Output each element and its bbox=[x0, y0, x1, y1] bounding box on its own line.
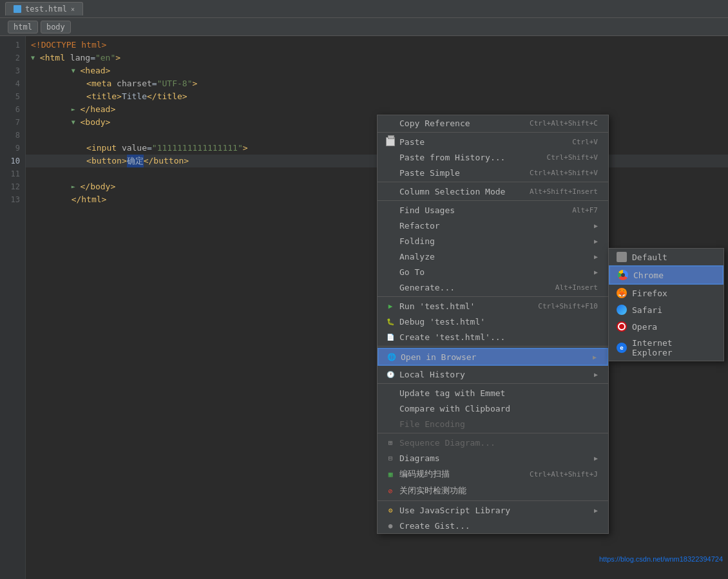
url-watermark: https://blog.csdn.net/wnm18322394724 bbox=[599, 555, 723, 563]
code-line-2: ▼ <html lang="en"> bbox=[26, 52, 728, 64]
ie-icon: e bbox=[617, 343, 627, 353]
close-tab-button[interactable]: × bbox=[71, 6, 75, 13]
submenu-item-chrome[interactable]: Chrome bbox=[609, 265, 723, 285]
stop-icon bbox=[385, 486, 396, 496]
line-num-1: 1 bbox=[0, 39, 25, 52]
browser-icon bbox=[387, 352, 397, 362]
menu-item-goto[interactable]: Go To ▶ bbox=[378, 264, 608, 280]
menu-item-refactor[interactable]: Refactor ▶ bbox=[378, 218, 608, 233]
code-line-3: ▼ <head> bbox=[26, 64, 728, 77]
line-num-4: 4 bbox=[0, 77, 25, 90]
menu-item-file-encoding: File Encoding bbox=[378, 416, 608, 432]
menu-item-paste-simple[interactable]: Paste Simple Ctrl+Alt+Shift+V bbox=[378, 165, 608, 180]
menu-item-create[interactable]: Create 'test.html'... bbox=[378, 329, 608, 345]
paste-icon bbox=[385, 137, 396, 147]
code-line-5: <title>Title</title> bbox=[26, 90, 728, 103]
context-menu: Copy Reference Ctrl+Alt+Shift+C Paste Ct… bbox=[377, 115, 609, 534]
menu-item-paste-history[interactable]: Paste from History... Ctrl+Shift+V bbox=[378, 149, 608, 165]
folding-icon bbox=[385, 236, 396, 246]
editor-tab[interactable]: test.html × bbox=[5, 2, 83, 15]
check-icon bbox=[385, 469, 396, 479]
separator-4 bbox=[378, 296, 608, 297]
code-line-4: <meta charset="UTF-8"> bbox=[26, 77, 728, 90]
separator-6 bbox=[378, 383, 608, 384]
line-num-6: 6 bbox=[0, 103, 25, 116]
menu-item-folding[interactable]: Folding ▶ bbox=[378, 233, 608, 249]
separator-5 bbox=[378, 346, 608, 346]
svg-point-0 bbox=[618, 323, 625, 330]
line-num-10: 10 bbox=[0, 155, 25, 167]
submenu-item-ie[interactable]: e Internet Explorer bbox=[609, 335, 723, 361]
submenu-item-default[interactable]: Default bbox=[609, 249, 723, 265]
line-num-11: 11 bbox=[0, 167, 25, 180]
menu-item-compare[interactable]: Compare with Clipboard bbox=[378, 401, 608, 416]
paste-simple-icon bbox=[385, 167, 396, 178]
line-num-8: 8 bbox=[0, 129, 25, 142]
debug-icon bbox=[385, 316, 396, 327]
seq-icon bbox=[385, 437, 396, 448]
firefox-icon: 🦊 bbox=[617, 288, 627, 298]
breadcrumb-html[interactable]: html bbox=[8, 21, 38, 33]
menu-item-run[interactable]: Run 'test.html' Ctrl+Shift+F10 bbox=[378, 298, 608, 314]
column-selection-icon bbox=[385, 186, 396, 196]
generate-icon bbox=[385, 282, 396, 292]
separator-2 bbox=[378, 182, 608, 182]
safari-icon bbox=[617, 305, 627, 315]
line-num-5: 5 bbox=[0, 90, 25, 103]
line-num-7: 7 bbox=[0, 116, 25, 129]
separator-3 bbox=[378, 200, 608, 201]
menu-item-local-history[interactable]: Local History ▶ bbox=[378, 366, 608, 382]
refactor-icon bbox=[385, 220, 396, 231]
compare-icon bbox=[385, 403, 396, 413]
separator-1 bbox=[378, 132, 608, 133]
git-icon bbox=[385, 520, 396, 531]
js-icon bbox=[385, 505, 396, 515]
opera-icon bbox=[617, 321, 627, 332]
history-icon bbox=[385, 369, 396, 379]
find-usages-icon bbox=[385, 205, 396, 215]
menu-item-create-gist[interactable]: Create Gist... bbox=[378, 518, 608, 533]
copy-reference-icon bbox=[385, 118, 396, 128]
line-num-13: 13 bbox=[0, 193, 25, 206]
separator-8 bbox=[378, 500, 608, 501]
line-numbers: 1 2 3 4 5 6 7 8 9 10 11 12 13 bbox=[0, 36, 26, 579]
menu-item-generate[interactable]: Generate... Alt+Insert bbox=[378, 280, 608, 295]
emmet-icon bbox=[385, 388, 396, 398]
default-browser-icon bbox=[617, 252, 627, 262]
breadcrumb-body[interactable]: body bbox=[41, 21, 71, 33]
line-num-12: 12 bbox=[0, 180, 25, 193]
submenu-item-opera[interactable]: Opera bbox=[609, 318, 723, 335]
analyze-icon bbox=[385, 251, 396, 261]
line-num-2: 2 bbox=[0, 52, 25, 64]
paste-history-icon bbox=[385, 152, 396, 162]
menu-item-open-browser[interactable]: Open in Browser ▶ bbox=[378, 348, 608, 366]
chrome-icon bbox=[618, 270, 628, 280]
file-icon bbox=[14, 5, 21, 13]
line-num-9: 9 bbox=[0, 142, 25, 155]
menu-item-stop-realtime[interactable]: 关闭实时检测功能 bbox=[378, 482, 608, 499]
goto-icon bbox=[385, 267, 396, 277]
menu-item-emmet[interactable]: Update tag with Emmet bbox=[378, 385, 608, 401]
code-line-1: <!DOCTYPE html> bbox=[26, 39, 728, 52]
submenu-item-safari[interactable]: Safari bbox=[609, 301, 723, 318]
file-encoding-icon bbox=[385, 419, 396, 429]
submenu-item-firefox[interactable]: 🦊 Firefox bbox=[609, 285, 723, 301]
menu-item-paste[interactable]: Paste Ctrl+V bbox=[378, 134, 608, 149]
diag-icon bbox=[385, 453, 396, 463]
create-icon bbox=[385, 332, 396, 342]
breadcrumb: html body bbox=[0, 18, 728, 36]
menu-item-debug[interactable]: Debug 'test.html' bbox=[378, 314, 608, 329]
tab-label: test.html bbox=[25, 5, 67, 14]
menu-item-find-usages[interactable]: Find Usages Alt+F7 bbox=[378, 202, 608, 218]
separator-7 bbox=[378, 433, 608, 433]
menu-item-analyze[interactable]: Analyze ▶ bbox=[378, 249, 608, 264]
menu-item-diagrams[interactable]: Diagrams ▶ bbox=[378, 450, 608, 466]
run-icon bbox=[385, 301, 396, 311]
menu-item-column-selection[interactable]: Column Selection Mode Alt+Shift+Insert bbox=[378, 184, 608, 199]
menu-item-copy-reference[interactable]: Copy Reference Ctrl+Alt+Shift+C bbox=[378, 115, 608, 131]
title-bar: test.html × bbox=[0, 0, 728, 18]
code-line-6: ► </head> bbox=[26, 103, 728, 116]
menu-item-code-check[interactable]: 编码规约扫描 Ctrl+Alt+Shift+J bbox=[378, 466, 608, 482]
menu-item-js-library[interactable]: Use JavaScript Library ▶ bbox=[378, 502, 608, 518]
menu-item-sequence: Sequence Diagram... bbox=[378, 435, 608, 450]
